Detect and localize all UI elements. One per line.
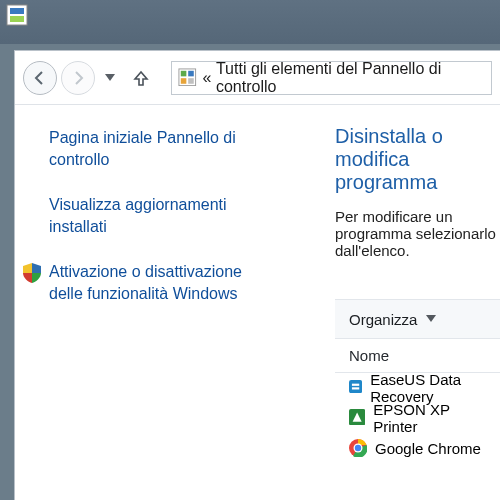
program-name: EaseUS Data Recovery bbox=[370, 371, 486, 405]
sidebar-link-updates[interactable]: Visualizza aggiornamenti installati bbox=[49, 194, 279, 237]
svg-rect-10 bbox=[352, 387, 359, 389]
sidebar: Pagina iniziale Pannello di controllo Vi… bbox=[15, 105, 295, 500]
main-panel: Disinstalla o modifica programma Per mod… bbox=[295, 105, 500, 500]
page-description: Per modificare un programma selezionarlo… bbox=[335, 208, 500, 259]
svg-rect-1 bbox=[10, 8, 24, 14]
chevron-down-icon bbox=[426, 315, 436, 323]
program-name: Google Chrome bbox=[375, 440, 481, 457]
breadcrumb-text: Tutti gli elementi del Pannello di contr… bbox=[216, 61, 485, 95]
desktop-taskbar bbox=[0, 0, 500, 44]
content-area: Pagina iniziale Pannello di controllo Vi… bbox=[15, 105, 500, 500]
taskbar-app-icon[interactable] bbox=[6, 4, 28, 26]
sidebar-link-features-label: Attivazione o disattivazione delle funzi… bbox=[49, 263, 242, 302]
svg-rect-7 bbox=[188, 78, 194, 84]
svg-point-14 bbox=[355, 445, 361, 451]
sidebar-link-features[interactable]: Attivazione o disattivazione delle funzi… bbox=[49, 261, 279, 304]
sidebar-link-home[interactable]: Pagina iniziale Pannello di controllo bbox=[49, 127, 279, 170]
svg-rect-9 bbox=[352, 383, 359, 385]
navigation-bar: « Tutti gli elementi del Pannello di con… bbox=[15, 51, 500, 105]
svg-rect-8 bbox=[349, 380, 362, 393]
explorer-window: « Tutti gli elementi del Pannello di con… bbox=[14, 50, 500, 500]
column-header-name[interactable]: Nome bbox=[335, 339, 500, 373]
svg-rect-5 bbox=[188, 70, 194, 76]
epson-icon bbox=[349, 409, 365, 427]
svg-rect-2 bbox=[10, 16, 24, 22]
up-button[interactable] bbox=[125, 62, 157, 94]
program-row[interactable]: Google Chrome bbox=[335, 433, 500, 463]
back-button[interactable] bbox=[23, 61, 57, 95]
program-name: EPSON XP Printer bbox=[373, 401, 486, 435]
page-title: Disinstalla o modifica programma bbox=[335, 125, 500, 194]
shield-icon bbox=[23, 263, 41, 283]
svg-rect-6 bbox=[181, 78, 187, 84]
organize-button[interactable]: Organizza bbox=[335, 299, 500, 339]
svg-rect-4 bbox=[181, 70, 187, 76]
organize-label: Organizza bbox=[349, 311, 417, 328]
forward-button bbox=[61, 61, 95, 95]
program-row[interactable]: EPSON XP Printer bbox=[335, 403, 500, 433]
control-panel-icon bbox=[178, 68, 197, 88]
program-row[interactable]: EaseUS Data Recovery bbox=[335, 373, 500, 403]
breadcrumb-prefix: « bbox=[203, 69, 212, 87]
history-dropdown[interactable] bbox=[99, 71, 121, 85]
chrome-icon bbox=[349, 439, 367, 457]
column-header-label: Nome bbox=[349, 347, 389, 364]
address-bar[interactable]: « Tutti gli elementi del Pannello di con… bbox=[171, 61, 492, 95]
easeus-icon bbox=[349, 379, 362, 397]
